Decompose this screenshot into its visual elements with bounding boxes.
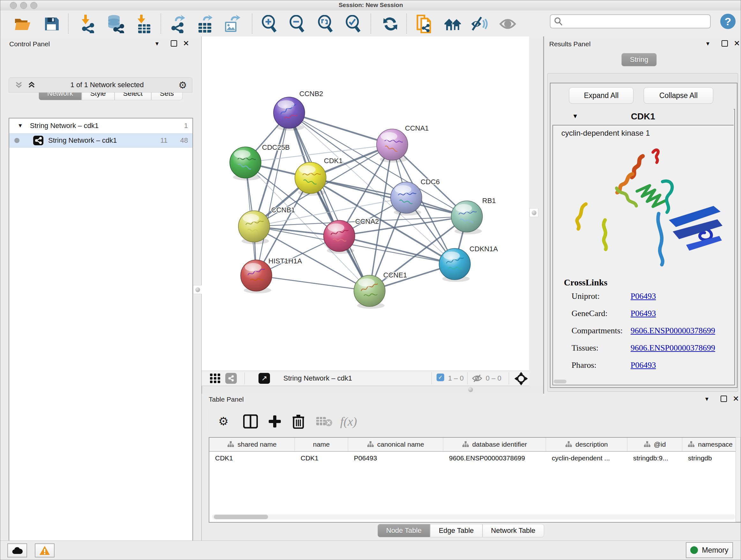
network-node-ccnb2[interactable]: CCNB2 <box>273 90 323 131</box>
birds-eye-grid-icon[interactable] <box>210 374 221 383</box>
export-image-icon[interactable] <box>224 15 242 33</box>
save-session-icon[interactable] <box>43 15 60 33</box>
table-options-gear-icon[interactable]: ⚙ <box>218 414 228 429</box>
right-splitter-handle[interactable] <box>529 208 538 217</box>
column-header--id[interactable]: @id <box>627 438 682 451</box>
column-header-canonical-name[interactable]: canonical name <box>348 438 443 451</box>
cloud-button[interactable] <box>7 543 27 557</box>
open-file-icon[interactable] <box>14 15 31 33</box>
node-label: RB1 <box>482 197 496 205</box>
refresh-icon[interactable] <box>381 15 399 33</box>
tab-edge-table[interactable]: Edge Table <box>430 524 482 537</box>
network-edge <box>311 178 467 216</box>
column-header-description[interactable]: description <box>546 438 627 451</box>
network-edge-count: 48 <box>180 136 188 145</box>
hide-selected-icon[interactable] <box>471 15 488 33</box>
node-table[interactable]: shared namenamecanonical namedatabase id… <box>209 437 741 523</box>
tab-string[interactable]: String <box>621 53 657 66</box>
column-header-database-identifier[interactable]: database identifier <box>443 438 546 451</box>
network-row[interactable]: String Network – cdk1 11 48 <box>9 133 192 148</box>
import-network-file-icon[interactable] <box>79 15 97 33</box>
network-canvas[interactable]: CCNB2CCNA1CDC25BCDK1CDC6RB1CCNB1CCNA2CDK… <box>202 37 529 371</box>
expand-all-chevron-icon[interactable] <box>27 81 36 89</box>
cell-namespace[interactable]: stringdb <box>682 452 738 464</box>
bottom-splitter-handle[interactable] <box>466 385 475 394</box>
network-collection-row[interactable]: ▼ String Network – cdk1 1 <box>9 118 192 133</box>
zoom-in-icon[interactable] <box>261 15 279 33</box>
tab-network-table[interactable]: Network Table <box>482 524 544 537</box>
table-panel-menu-icon[interactable]: ▾ <box>705 395 709 402</box>
table-panel-float-icon[interactable] <box>721 395 727 403</box>
control-panel-float-icon[interactable] <box>171 40 177 48</box>
table-hscrollbar[interactable] <box>212 514 735 519</box>
cell-name[interactable]: CDK1 <box>295 452 348 464</box>
network-node-rb1[interactable]: RB1 <box>451 197 496 234</box>
zoom-selected-icon[interactable] <box>345 15 362 33</box>
control-panel-menu-icon[interactable]: ▾ <box>155 40 158 47</box>
toolbar-separator <box>252 14 253 34</box>
node-label: CDK1 <box>324 157 343 165</box>
results-panel-float-icon[interactable] <box>722 40 728 48</box>
table-row[interactable]: CDK1CDK1P064939606.ENSP00000378699cyclin… <box>209 452 740 464</box>
collapse-all-button[interactable]: Collapse All <box>644 87 713 104</box>
collection-label: String Network – cdk1 <box>30 122 98 130</box>
cell-shared-name[interactable]: CDK1 <box>209 452 295 464</box>
zoom-fit-icon[interactable] <box>317 15 335 33</box>
search-input[interactable] <box>550 14 711 28</box>
add-column-icon[interactable] <box>268 414 281 429</box>
results-panel-close-icon[interactable]: ✕ <box>734 39 740 48</box>
cell-description[interactable]: cyclin-dependent ... <box>546 452 627 464</box>
left-splitter-handle[interactable] <box>193 285 202 294</box>
string-network-graph[interactable]: CCNB2CCNA1CDC25BCDK1CDC6RB1CCNB1CCNA2CDK… <box>202 37 529 371</box>
results-panel-menu-icon[interactable]: ▾ <box>706 40 710 47</box>
cell-canonical-name[interactable]: P06493 <box>348 452 443 464</box>
zoom-out-icon[interactable] <box>288 15 307 33</box>
fit-content-crosshair-icon[interactable] <box>515 372 528 385</box>
show-all-icon[interactable] <box>499 15 517 33</box>
search-field[interactable] <box>566 17 704 25</box>
network-node-cdc25b[interactable]: CDC25B <box>230 143 290 180</box>
show-columns-icon[interactable] <box>243 414 258 429</box>
delete-column-icon[interactable] <box>292 414 305 429</box>
table-vscrollbar[interactable] <box>736 437 741 522</box>
network-node-cdkn1a[interactable]: CDKN1A <box>439 245 498 282</box>
collection-expander-icon[interactable]: ▼ <box>17 123 23 129</box>
cell--id[interactable]: stringdb:9... <box>627 452 682 464</box>
crosslink-link[interactable]: P06493 <box>630 292 656 301</box>
home-icon[interactable] <box>444 15 462 33</box>
import-table-icon[interactable] <box>135 15 153 33</box>
network-node-hist1h1a[interactable]: HIST1H1A <box>241 257 302 294</box>
control-panel-close-icon[interactable]: ✕ <box>183 39 189 48</box>
import-network-database-icon[interactable] <box>106 15 124 33</box>
node-result-header[interactable]: ▼ CDK1 <box>552 109 734 125</box>
first-neighbors-icon[interactable] <box>415 15 433 33</box>
crosslink-link[interactable]: P06493 <box>630 361 656 370</box>
network-node-ccna1[interactable]: CCNA1 <box>377 124 429 163</box>
selected-checkbox-icon[interactable]: ✓ <box>436 374 444 381</box>
column-header-namespace[interactable]: namespace <box>682 438 738 451</box>
crosslink-link[interactable]: P06493 <box>630 309 656 318</box>
detach-view-icon[interactable]: ↗ <box>259 373 270 384</box>
column-header-shared-name[interactable]: shared name <box>209 438 295 451</box>
crosslink-link[interactable]: 9606.ENSP00000378699 <box>630 343 715 353</box>
table-hscrollbar-thumb[interactable] <box>214 515 268 519</box>
export-table-icon[interactable] <box>197 15 215 33</box>
help-icon[interactable]: ? <box>720 14 736 29</box>
results-scrollbar-thumb[interactable] <box>554 380 566 383</box>
network-node-cdk1[interactable]: CDK1 <box>295 157 343 196</box>
network-share-icon[interactable] <box>225 373 237 384</box>
memory-label: Memory <box>702 546 728 555</box>
memory-button[interactable]: Memory <box>686 542 733 558</box>
warnings-button[interactable] <box>35 543 55 557</box>
cell-database-identifier[interactable]: 9606.ENSP00000378699 <box>443 452 546 464</box>
tab-node-table[interactable]: Node Table <box>378 524 430 537</box>
table-panel-close-icon[interactable]: ✕ <box>733 394 739 403</box>
export-network-icon[interactable] <box>169 15 187 33</box>
expand-all-button[interactable]: Expand All <box>569 87 633 104</box>
network-options-gear-icon[interactable]: ⚙ <box>179 79 187 91</box>
crosslink-link[interactable]: 9606.ENSP00000378699 <box>630 326 715 335</box>
column-header-name[interactable]: name <box>295 438 348 451</box>
collapse-all-chevron-icon[interactable] <box>15 81 23 89</box>
network-edge <box>256 113 289 275</box>
crosslink-row-tissues-: Tissues:9606.ENSP00000378699 <box>571 343 734 361</box>
